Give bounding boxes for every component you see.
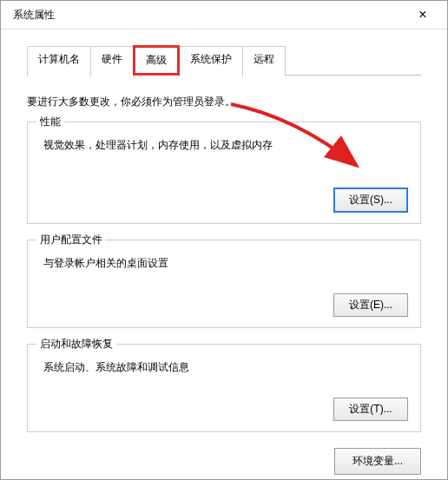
group-performance-desc: 视觉效果，处理器计划，内存使用，以及虚拟内存 (43, 138, 408, 153)
group-startup-recovery-desc: 系统启动、系统故障和调试信息 (43, 360, 408, 375)
tab-system-protection[interactable]: 系统保护 (179, 46, 243, 76)
group-user-profile-label: 用户配置文件 (36, 233, 106, 247)
group-user-profile-button-row: 设置(E)... (43, 293, 408, 317)
tab-advanced[interactable]: 高级 (133, 45, 180, 76)
group-startup-recovery: 启动和故障恢复 系统启动、系统故障和调试信息 设置(T)... (27, 344, 421, 432)
tab-hardware[interactable]: 硬件 (90, 46, 134, 76)
tabs-bar: 计算机名 硬件 高级 系统保护 远程 (1, 30, 447, 76)
window-title: 系统属性 (13, 8, 55, 23)
tab-computer-name[interactable]: 计算机名 (27, 46, 91, 76)
group-user-profile-desc: 与登录帐户相关的桌面设置 (43, 256, 408, 271)
admin-instruction: 要进行大多数更改，你必须作为管理员登录。 (27, 95, 421, 109)
performance-settings-button[interactable]: 设置(S)... (333, 187, 408, 213)
bottom-button-row: 环境变量... (1, 448, 447, 475)
close-icon[interactable]: × (405, 3, 440, 27)
group-performance: 性能 视觉效果，处理器计划，内存使用，以及虚拟内存 设置(S)... (27, 122, 421, 224)
tab-content: 要进行大多数更改，你必须作为管理员登录。 性能 视觉效果，处理器计划，内存使用，… (1, 76, 447, 432)
startup-recovery-settings-button[interactable]: 设置(T)... (333, 398, 408, 421)
group-performance-label: 性能 (36, 115, 64, 129)
group-startup-recovery-label: 启动和故障恢复 (36, 337, 116, 352)
titlebar[interactable]: 系统属性 × (1, 1, 447, 29)
group-performance-button-row: 设置(S)... (43, 187, 408, 213)
environment-variables-button[interactable]: 环境变量... (334, 448, 421, 475)
group-startup-recovery-button-row: 设置(T)... (43, 398, 408, 421)
user-profile-settings-button[interactable]: 设置(E)... (333, 293, 408, 317)
group-user-profile: 用户配置文件 与登录帐户相关的桌面设置 设置(E)... (27, 240, 421, 328)
system-properties-window: 系统属性 × 计算机名 硬件 高级 系统保护 远程 要进行大多数更改，你必须作为… (0, 0, 448, 480)
tab-remote[interactable]: 远程 (242, 46, 286, 76)
